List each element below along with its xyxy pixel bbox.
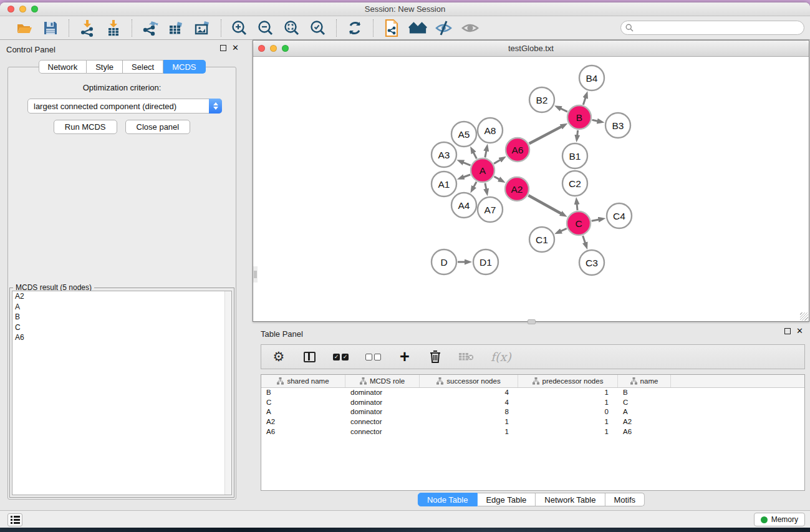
edge-B-B4[interactable] <box>583 97 586 105</box>
node-A8[interactable]: A8 <box>478 118 503 143</box>
zoom-fit-button[interactable] <box>282 19 301 37</box>
show-graphics-details-button[interactable] <box>461 19 480 37</box>
table-cell[interactable]: 1 <box>518 398 618 408</box>
export-network-button[interactable] <box>141 19 160 37</box>
close-window-button[interactable] <box>7 6 14 12</box>
zoom-window-button[interactable] <box>31 6 38 12</box>
edge-A-A3[interactable] <box>463 162 471 165</box>
table-cell[interactable]: 4 <box>420 398 518 408</box>
table-cell[interactable]: dominator <box>345 398 420 408</box>
node-B1[interactable]: B1 <box>562 143 587 168</box>
node-A1[interactable]: A1 <box>432 172 456 196</box>
zoom-in-button[interactable] <box>230 19 249 37</box>
import-table-button[interactable] <box>104 19 123 37</box>
criterion-dropdown[interactable]: largest connected component (directed) <box>27 99 222 114</box>
edge-B-B2[interactable] <box>561 109 567 112</box>
node-C[interactable]: C <box>567 211 591 235</box>
column-header-predecessor-nodes[interactable]: predecessor nodes <box>518 375 618 387</box>
result-item[interactable]: C <box>12 322 231 333</box>
edge-A-A8[interactable] <box>485 150 486 157</box>
resize-grip-icon[interactable] <box>800 312 808 321</box>
table-cell[interactable]: 1 <box>518 388 618 398</box>
edge-C-C2[interactable] <box>577 204 577 210</box>
network-canvas[interactable]: B4B2BB3A5A8A6B1A3AA1C2A2A4A7C4CC1C3DD1 <box>253 57 809 321</box>
table-cell[interactable]: dominator <box>345 407 420 417</box>
add-column-button[interactable]: + <box>398 349 412 365</box>
table-cell[interactable]: C <box>261 398 345 408</box>
node-table[interactable]: shared nameMCDS rolesuccessor nodesprede… <box>261 374 805 491</box>
node-A[interactable]: A <box>471 158 494 182</box>
node-C3[interactable]: C3 <box>579 250 604 275</box>
node-B4[interactable]: B4 <box>579 65 604 90</box>
node-A3[interactable]: A3 <box>432 142 456 167</box>
table-cell[interactable]: A2 <box>618 417 671 427</box>
search-input[interactable] <box>620 21 804 35</box>
zoom-selected-button[interactable] <box>309 19 327 37</box>
open-session-button[interactable] <box>15 19 34 37</box>
network-minimize-button[interactable] <box>270 45 277 52</box>
table-row[interactable]: Bdominator41B <box>261 388 804 398</box>
tab-select[interactable]: Select <box>123 60 163 74</box>
select-all-columns-button[interactable]: ✓✓ <box>333 349 349 365</box>
network-graph[interactable]: B4B2BB3A5A8A6B1A3AA1C2A2A4A7C4CC1C3DD1 <box>253 57 809 321</box>
tab-network-table[interactable]: Network Table <box>536 493 605 506</box>
function-builder-button[interactable]: f(x) <box>491 349 511 365</box>
edge-A-A4[interactable] <box>474 182 477 187</box>
table-cell[interactable]: dominator <box>345 388 420 398</box>
table-cell[interactable]: B <box>261 388 345 398</box>
column-header-MCDS-role[interactable]: MCDS role <box>345 375 420 387</box>
edge-B-B1[interactable] <box>577 130 578 135</box>
save-session-button[interactable] <box>41 19 60 37</box>
edge-A-A1[interactable] <box>463 175 470 177</box>
tab-network[interactable]: Network <box>38 60 87 74</box>
tab-node-table[interactable]: Node Table <box>418 493 478 506</box>
table-cell[interactable]: 1 <box>420 427 518 437</box>
table-cell[interactable]: 1 <box>518 417 618 427</box>
edge-A2-C[interactable] <box>528 195 561 213</box>
import-network-button[interactable] <box>78 19 97 37</box>
table-cell[interactable]: A <box>261 407 345 417</box>
node-D1[interactable]: D1 <box>473 249 498 274</box>
node-B[interactable]: B <box>567 105 591 129</box>
column-header-name[interactable]: name <box>618 375 671 387</box>
table-row[interactable]: A6connector11A6 <box>261 427 804 437</box>
edge-A-A7[interactable] <box>485 183 486 190</box>
tab-edge-table[interactable]: Edge Table <box>477 493 536 506</box>
node-A5[interactable]: A5 <box>451 122 476 147</box>
node-C2[interactable]: C2 <box>562 171 587 196</box>
table-cell[interactable]: connector <box>345 417 420 427</box>
table-cell[interactable]: connector <box>345 427 420 437</box>
table-cell[interactable]: B <box>618 388 671 398</box>
node-B2[interactable]: B2 <box>529 87 554 112</box>
node-D[interactable]: D <box>432 249 456 274</box>
tab-style[interactable]: Style <box>87 60 123 74</box>
memory-button[interactable]: Memory <box>754 513 805 526</box>
table-row[interactable]: A2connector11A2 <box>261 417 804 427</box>
result-item[interactable]: A2 <box>12 291 231 302</box>
zoom-out-button[interactable] <box>256 19 275 37</box>
export-image-button[interactable] <box>193 19 212 37</box>
result-item[interactable]: B <box>12 312 231 322</box>
minimize-window-button[interactable] <box>19 6 26 12</box>
node-B3[interactable]: B3 <box>605 113 630 138</box>
close-table-panel-icon[interactable]: ✕ <box>796 328 803 334</box>
node-A7[interactable]: A7 <box>478 197 503 222</box>
table-row[interactable]: Cdominator41C <box>261 398 804 408</box>
table-row[interactable]: Adominator80A <box>261 407 804 417</box>
network-zoom-button[interactable] <box>282 45 289 52</box>
deselect-all-columns-button[interactable] <box>365 349 381 365</box>
export-table-button[interactable] <box>167 19 186 37</box>
run-mcds-button[interactable]: Run MCDS <box>54 120 117 134</box>
table-cell[interactable]: 0 <box>518 407 618 417</box>
edge-C-C3[interactable] <box>583 236 586 243</box>
float-table-panel-icon[interactable] <box>784 328 791 334</box>
edge-A-A2[interactable] <box>494 177 499 180</box>
table-cell[interactable]: 8 <box>420 407 518 417</box>
edge-C-C1[interactable] <box>561 228 567 231</box>
network-document-button[interactable] <box>382 19 401 37</box>
network-close-button[interactable] <box>258 45 265 52</box>
home-button[interactable] <box>408 19 427 37</box>
split-columns-button[interactable] <box>302 349 316 365</box>
task-history-button[interactable] <box>7 513 22 526</box>
edge-A6-B[interactable] <box>529 127 562 143</box>
